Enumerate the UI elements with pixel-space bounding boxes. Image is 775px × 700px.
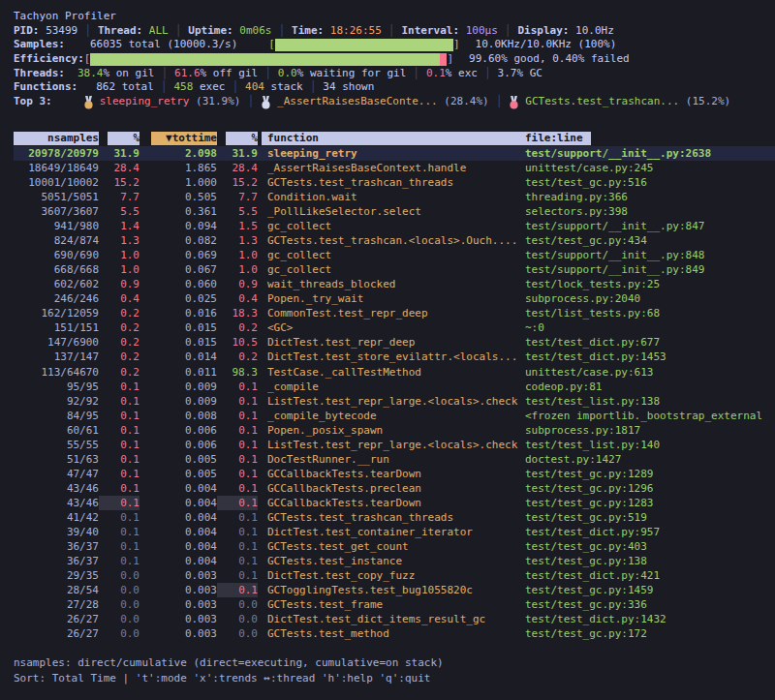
interval-value: 100μs [466,24,498,39]
tottime-cell: 0.005 [140,467,217,481]
direct-pct-cell: 28.4 [99,161,140,175]
table-row[interactable]: 20978/2097931.92.09831.9sleeping_retryte… [14,146,775,161]
table-row[interactable]: 84/950.10.0080.1_compile_bytecode<frozen… [14,409,775,423]
top3-function-name[interactable]: GCTests.test_trashcan... [525,95,679,109]
table-row[interactable]: 36/370.10.0040.1GCTests.test_instancetes… [14,554,775,568]
efficiency-line: Efficiency:[]99.60% good, 0.40% failed [14,52,775,67]
direct-pct-cell: 0.1 [99,409,140,423]
table-row[interactable]: 60/610.10.0060.1Popen._posix_spawnsubpro… [14,423,775,438]
efficiency-failed-segment [440,53,447,66]
nsamples-cell: 43/46 [14,481,99,496]
table-row[interactable]: 246/2460.40.0250.4Popen._try_waitsubproc… [14,291,775,306]
table-row[interactable]: 3607/36075.50.3615.5_PollLikeSelector.se… [14,204,775,219]
header-nsamples[interactable]: nsamples [14,132,99,145]
functions-line: Functions:862 total│458 exec│404 stack│3… [14,80,775,95]
nsamples-cell: 47/47 [14,467,99,481]
top3-function-name[interactable]: _AssertRaisesBaseConte... [277,95,438,109]
header-function[interactable]: function [258,132,512,145]
table-row[interactable]: 51/630.10.0050.1DocTestRunner.__rundocte… [14,452,775,467]
table-row[interactable]: 5051/50517.70.5057.7Condition.waitthread… [14,190,775,204]
table-row[interactable]: 26/270.00.0030.0DictTest.test_dict_items… [14,612,775,626]
cumulative-pct-cell: 10.5 [217,335,258,350]
header-tottime-sorted[interactable]: ▼tottime [140,132,217,145]
function-cell: CommonTest.test_repr_deep [258,306,512,320]
header-cumulative-pct[interactable]: % [217,132,258,145]
separator: │ [240,95,261,109]
function-cell: GCTests.test_trashcan_threads [258,175,512,190]
table-row[interactable]: 113/646700.20.01198.3TestCase._callTestM… [14,365,775,380]
functions-label: Functions: [14,80,78,95]
file-line-cell: ~:0 [512,320,775,335]
table-row[interactable]: 941/9801.40.0941.5gc_collecttest/support… [14,219,775,233]
table-row[interactable]: 824/8741.30.0821.3GCTests.test_trashcan.… [14,233,775,248]
table-row[interactable]: 690/6901.00.0691.0gc_collecttest/support… [14,248,775,262]
table-row[interactable]: 28/540.00.0030.1GCTogglingTests.test_bug… [14,583,775,597]
tottime-cell: 0.004 [140,525,217,539]
table-row[interactable]: 137/1470.20.0140.2DictTest.test_store_ev… [14,350,775,364]
tottime-cell: 0.014 [140,350,217,364]
bronze-medal-icon [509,96,519,109]
nsamples-cell: 26/27 [14,626,99,641]
top3-share: (15.2%) [679,95,730,109]
table-row[interactable]: 27/280.00.0030.0GCTests.test_frametest/t… [14,597,775,612]
efficiency-label: Efficiency: [14,52,84,67]
function-cell: DictTest.test_dict_items_result_gc [258,612,512,626]
tottime-cell: 0.006 [140,423,217,438]
table-row[interactable]: 151/1510.20.0150.2<GC>~:0 [14,320,775,335]
separator: │ [406,67,426,81]
function-cell: gc_collect [258,248,512,262]
uptime-value: 0m06s [239,24,271,39]
table-row[interactable]: 18649/1864928.41.86528.4_AssertRaisesBas… [14,161,775,175]
cumulative-pct-cell: 0.1 [217,510,258,525]
table-row[interactable]: 47/470.10.0050.1GCCallbackTests.tearDown… [14,467,775,481]
display-label: Display: [517,24,575,39]
direct-pct-cell: 0.0 [99,612,140,626]
table-row[interactable]: 41/420.10.0040.1GCTests.test_trashcan_th… [14,510,775,525]
file-line-cell: test/support/__init__.py:847 [512,219,775,233]
tottime-cell: 0.004 [140,554,217,568]
table-row[interactable]: 55/550.10.0060.1ListTest.test_repr_large… [14,438,775,452]
direct-pct-cell: 0.0 [99,583,140,597]
header-file-line[interactable]: file:line [512,132,775,145]
function-cell: TestCase._callTestMethod [258,365,512,380]
cumulative-pct-cell: 0.1 [217,525,258,539]
header-direct-pct[interactable]: % [99,132,140,145]
samples-summary: 66035 total (10000.3/s) [90,38,237,52]
table-row[interactable]: 162/120590.20.01618.3CommonTest.test_rep… [14,306,775,320]
table-row[interactable]: 92/920.10.0090.1ListTest.test_repr_large… [14,394,775,409]
app-title-line: Tachyon Profiler [14,10,775,24]
separator: │ [489,95,510,109]
function-cell: ListTest.test_repr_large.<locals>.check [258,394,512,409]
threads-stat-value: 0.0 [278,67,297,81]
table-row[interactable]: 26/270.00.0030.0GCTests.test_methodtest/… [14,626,775,641]
cumulative-pct-cell: 0.0 [217,597,258,612]
table-row[interactable]: 95/950.10.0090.1_compilecodeop.py:81 [14,380,775,394]
table-row[interactable]: 43/460.10.0040.1GCCallbackTests.tearDown… [14,496,775,510]
table-row[interactable]: 29/350.00.0030.1DictTest.test_copy_fuzzt… [14,568,775,583]
file-line-cell: <frozen importlib._bootstrap_external [512,409,775,423]
top3-function-name[interactable]: sleeping_retry [100,95,190,109]
file-line-cell: threading.py:366 [512,190,775,204]
function-cell: <GC> [258,320,512,335]
function-cell: GCTests.test_trashcan.<locals>.Ouch.... [258,233,512,248]
functions-stat-value: 34 [323,80,335,95]
nsamples-cell: 5051/5051 [14,190,99,204]
samples-label: Samples: [14,38,65,52]
function-cell: GCCallbackTests.tearDown [258,496,512,510]
table-row[interactable]: 147/69000.20.01510.5DictTest.test_repr_d… [14,335,775,350]
table-row[interactable]: 668/6681.00.0671.0gc_collecttest/support… [14,262,775,277]
nsamples-cell: 941/980 [14,219,99,233]
function-cell: wait_threads_blocked [258,277,512,291]
table-row[interactable]: 602/6020.90.0600.9wait_threads_blockedte… [14,277,775,291]
tottime-cell: 0.009 [140,380,217,394]
table-row[interactable]: 43/460.10.0040.1GCCallbackTests.preclean… [14,481,775,496]
direct-pct-cell: 5.5 [99,204,140,219]
file-line-cell: test/test_gc.py:403 [512,539,775,554]
threads-label: Threads: [14,67,65,81]
efficiency-text: 99.60% good, 0.40% failed [469,52,630,67]
table-row[interactable]: 10001/1000215.21.00015.2GCTests.test_tra… [14,175,775,190]
nsamples-cell: 28/54 [14,583,99,597]
file-line-cell: test/support/__init__.py:2638 [512,146,775,161]
table-row[interactable]: 36/370.10.0040.1GCTests.test_get_countte… [14,539,775,554]
table-row[interactable]: 39/400.10.0040.1DictTest.test_container_… [14,525,775,539]
